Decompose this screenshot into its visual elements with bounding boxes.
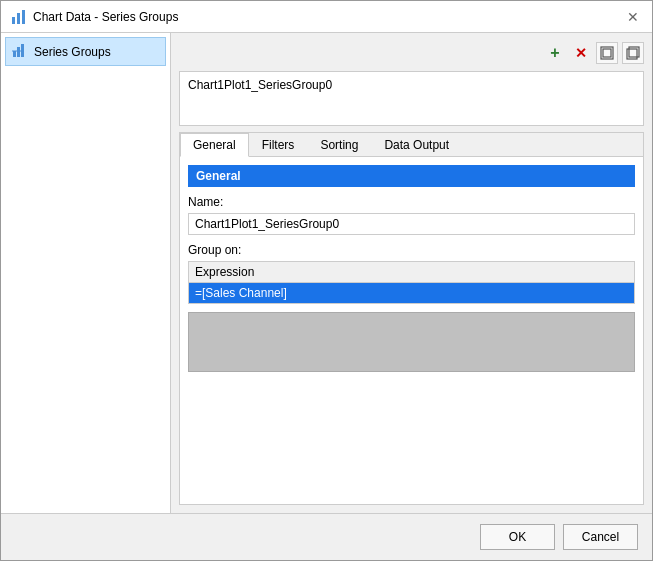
restore-button[interactable]: [622, 42, 644, 64]
svg-rect-2: [22, 10, 25, 24]
name-input[interactable]: [188, 213, 635, 235]
dialog-title: Chart Data - Series Groups: [33, 10, 178, 24]
top-toolbar: + ✕: [179, 41, 644, 65]
tabs-container: General Filters Sorting Data Output Gene…: [179, 132, 644, 505]
add-button[interactable]: +: [544, 42, 566, 64]
svg-rect-0: [12, 17, 15, 24]
chart-icon: [11, 9, 27, 25]
close-button[interactable]: ✕: [624, 8, 642, 26]
sidebar-item-label: Series Groups: [34, 45, 111, 59]
main-panel: + ✕ Chart1Plot1_SeriesGroup0: [171, 33, 652, 513]
series-groups-icon: [12, 42, 28, 61]
svg-rect-4: [17, 47, 20, 57]
dialog-footer: OK Cancel: [1, 513, 652, 560]
expand-button[interactable]: [596, 42, 618, 64]
title-bar: Chart Data - Series Groups ✕: [1, 1, 652, 33]
dialog: Chart Data - Series Groups ✕ Series Grou…: [0, 0, 653, 561]
tab-content-general: General Name: Group on: Expression =[Sal…: [180, 157, 643, 504]
group-on-table: Expression =[Sales Channel]: [188, 261, 635, 304]
series-list-item[interactable]: Chart1Plot1_SeriesGroup0: [184, 76, 639, 94]
svg-rect-8: [603, 49, 611, 57]
gray-placeholder-area: [188, 312, 635, 372]
group-table-col-header: Expression: [189, 262, 260, 282]
cancel-button[interactable]: Cancel: [563, 524, 638, 550]
tab-general[interactable]: General: [180, 133, 249, 157]
tab-sorting[interactable]: Sorting: [307, 133, 371, 156]
dialog-body: Series Groups + ✕: [1, 33, 652, 513]
tab-filters[interactable]: Filters: [249, 133, 308, 156]
section-header-general: General: [188, 165, 635, 187]
group-on-label: Group on:: [188, 243, 635, 257]
tabs-header: General Filters Sorting Data Output: [180, 133, 643, 157]
delete-button[interactable]: ✕: [570, 42, 592, 64]
group-table-row[interactable]: =[Sales Channel]: [189, 283, 634, 303]
series-list: Chart1Plot1_SeriesGroup0: [179, 71, 644, 126]
group-on-field-group: Group on: Expression =[Sales Channel]: [188, 243, 635, 372]
svg-rect-1: [17, 13, 20, 24]
tab-dataoutput[interactable]: Data Output: [371, 133, 462, 156]
sidebar: Series Groups: [1, 33, 171, 513]
title-bar-left: Chart Data - Series Groups: [11, 9, 178, 25]
group-table-header: Expression: [189, 262, 634, 283]
name-label: Name:: [188, 195, 635, 209]
name-field-group: Name:: [188, 195, 635, 235]
svg-rect-3: [13, 51, 16, 57]
sidebar-item-series-groups[interactable]: Series Groups: [5, 37, 166, 66]
ok-button[interactable]: OK: [480, 524, 555, 550]
